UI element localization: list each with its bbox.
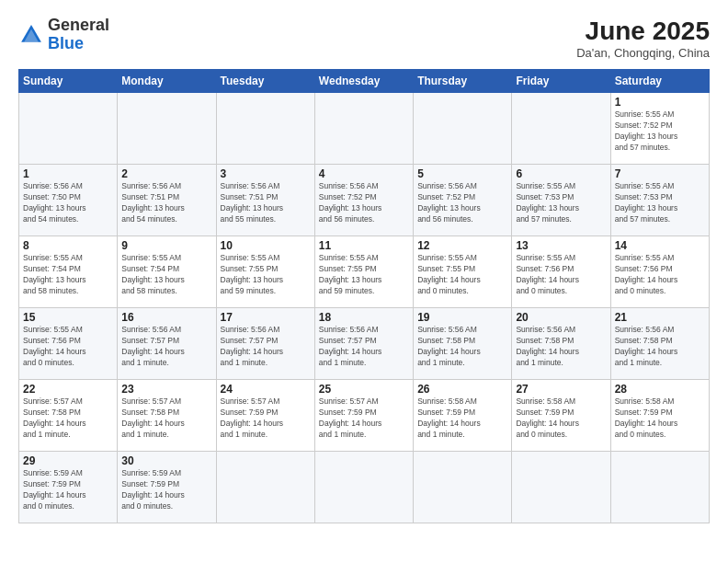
day-number: 2 [121, 167, 211, 180]
header-row: Sunday Monday Tuesday Wednesday Thursday… [19, 70, 710, 93]
calendar-table: Sunday Monday Tuesday Wednesday Thursday… [18, 69, 710, 523]
day-info: Sunrise: 5:58 AM Sunset: 7:59 PM Dayligh… [516, 396, 606, 441]
day-info: Sunrise: 5:56 AM Sunset: 7:58 PM Dayligh… [417, 325, 507, 369]
day-number: 8 [23, 239, 113, 252]
day-info: Sunrise: 5:56 AM Sunset: 7:52 PM Dayligh… [319, 181, 409, 225]
table-cell: 16Sunrise: 5:56 AM Sunset: 7:57 PM Dayli… [118, 308, 216, 380]
day-info: Sunrise: 5:56 AM Sunset: 7:51 PM Dayligh… [121, 181, 211, 225]
day-number: 12 [417, 239, 507, 252]
table-cell [19, 93, 118, 165]
day-info: Sunrise: 5:58 AM Sunset: 7:59 PM Dayligh… [417, 396, 507, 441]
week-row: 22Sunrise: 5:57 AM Sunset: 7:58 PM Dayli… [19, 380, 710, 452]
day-number: 19 [417, 311, 507, 324]
table-cell: 22Sunrise: 5:57 AM Sunset: 7:58 PM Dayli… [19, 380, 118, 452]
day-number: 13 [516, 239, 606, 252]
day-number: 18 [319, 311, 409, 324]
table-cell [216, 93, 314, 165]
table-cell: 21Sunrise: 5:56 AM Sunset: 7:58 PM Dayli… [610, 308, 709, 380]
day-info: Sunrise: 5:57 AM Sunset: 7:58 PM Dayligh… [121, 396, 211, 441]
table-cell: 25Sunrise: 5:57 AM Sunset: 7:59 PM Dayli… [314, 380, 413, 452]
day-info: Sunrise: 5:55 AM Sunset: 7:56 PM Dayligh… [615, 253, 705, 297]
day-number: 23 [121, 383, 211, 396]
day-number: 20 [516, 311, 606, 324]
table-cell: 11Sunrise: 5:55 AM Sunset: 7:55 PM Dayli… [314, 236, 413, 308]
day-info: Sunrise: 5:55 AM Sunset: 7:55 PM Dayligh… [319, 253, 409, 297]
day-number: 9 [121, 239, 211, 252]
week-row: 1Sunrise: 5:55 AM Sunset: 7:52 PM Daylig… [19, 93, 710, 165]
day-info: Sunrise: 5:55 AM Sunset: 7:56 PM Dayligh… [23, 325, 113, 369]
day-number: 3 [221, 167, 311, 180]
day-number: 17 [221, 311, 311, 324]
table-cell: 26Sunrise: 5:58 AM Sunset: 7:59 PM Dayli… [414, 380, 512, 452]
table-cell: 20Sunrise: 5:56 AM Sunset: 7:58 PM Dayli… [512, 308, 610, 380]
table-cell: 13Sunrise: 5:55 AM Sunset: 7:56 PM Dayli… [512, 236, 610, 308]
day-number: 5 [417, 167, 507, 180]
day-number: 26 [417, 383, 507, 396]
table-cell [314, 93, 413, 165]
day-info: Sunrise: 5:55 AM Sunset: 7:56 PM Dayligh… [516, 253, 606, 297]
day-number: 10 [221, 239, 311, 252]
table-cell: 23Sunrise: 5:57 AM Sunset: 7:58 PM Dayli… [118, 380, 216, 452]
col-sunday: Sunday [19, 70, 118, 93]
day-number: 30 [121, 454, 211, 467]
week-row: 15Sunrise: 5:55 AM Sunset: 7:56 PM Dayli… [19, 308, 710, 380]
table-cell [414, 452, 512, 523]
day-info: Sunrise: 5:55 AM Sunset: 7:53 PM Dayligh… [615, 181, 705, 225]
day-info: Sunrise: 5:56 AM Sunset: 7:57 PM Dayligh… [221, 325, 311, 369]
day-info: Sunrise: 5:55 AM Sunset: 7:55 PM Dayligh… [417, 253, 507, 297]
day-info: Sunrise: 5:59 AM Sunset: 7:59 PM Dayligh… [23, 468, 113, 512]
col-saturday: Saturday [610, 70, 709, 93]
col-monday: Monday [118, 70, 216, 93]
day-info: Sunrise: 5:55 AM Sunset: 7:53 PM Dayligh… [516, 181, 606, 225]
table-cell: 15Sunrise: 5:55 AM Sunset: 7:56 PM Dayli… [19, 308, 118, 380]
day-number: 6 [516, 167, 606, 180]
table-cell [118, 93, 216, 165]
day-number: 22 [23, 383, 113, 396]
table-cell [512, 93, 610, 165]
day-info: Sunrise: 5:55 AM Sunset: 7:55 PM Dayligh… [221, 253, 311, 297]
day-number: 29 [23, 454, 113, 467]
table-cell: 24Sunrise: 5:57 AM Sunset: 7:59 PM Dayli… [216, 380, 314, 452]
day-info: Sunrise: 5:56 AM Sunset: 7:57 PM Dayligh… [319, 325, 409, 369]
logo-icon [18, 22, 44, 48]
table-cell: 30Sunrise: 5:59 AM Sunset: 7:59 PM Dayli… [118, 452, 216, 523]
week-row: 8Sunrise: 5:55 AM Sunset: 7:54 PM Daylig… [19, 236, 710, 308]
table-cell [610, 452, 709, 523]
table-cell: 2Sunrise: 5:56 AM Sunset: 7:51 PM Daylig… [118, 165, 216, 236]
day-number: 24 [221, 383, 311, 396]
col-wednesday: Wednesday [314, 70, 413, 93]
logo-blue: Blue [48, 34, 84, 52]
table-cell: 14Sunrise: 5:55 AM Sunset: 7:56 PM Dayli… [610, 236, 709, 308]
table-cell: 1Sunrise: 5:56 AM Sunset: 7:50 PM Daylig… [19, 165, 118, 236]
location: Da'an, Chongqing, China [576, 46, 710, 60]
table-cell: 7Sunrise: 5:55 AM Sunset: 7:53 PM Daylig… [610, 165, 709, 236]
table-cell: 10Sunrise: 5:55 AM Sunset: 7:55 PM Dayli… [216, 236, 314, 308]
col-tuesday: Tuesday [216, 70, 314, 93]
day-info: Sunrise: 5:58 AM Sunset: 7:59 PM Dayligh… [615, 396, 705, 441]
day-number: 27 [516, 383, 606, 396]
logo-general: General [48, 16, 109, 34]
table-cell: 3Sunrise: 5:56 AM Sunset: 7:51 PM Daylig… [216, 165, 314, 236]
page: General Blue June 2025 Da'an, Chongqing,… [0, 0, 728, 563]
month-title: June 2025 [576, 17, 710, 46]
table-cell [414, 93, 512, 165]
table-cell: 19Sunrise: 5:56 AM Sunset: 7:58 PM Dayli… [414, 308, 512, 380]
week-row: 29Sunrise: 5:59 AM Sunset: 7:59 PM Dayli… [19, 452, 710, 523]
week-row: 1Sunrise: 5:56 AM Sunset: 7:50 PM Daylig… [19, 165, 710, 236]
day-number: 28 [615, 383, 705, 396]
day-info: Sunrise: 5:56 AM Sunset: 7:51 PM Dayligh… [221, 181, 311, 225]
day-number: 1 [615, 96, 705, 109]
day-info: Sunrise: 5:57 AM Sunset: 7:59 PM Dayligh… [221, 396, 311, 441]
col-friday: Friday [512, 70, 610, 93]
header: General Blue June 2025 Da'an, Chongqing,… [18, 17, 710, 60]
day-number: 1 [23, 167, 113, 180]
day-number: 25 [319, 383, 409, 396]
day-number: 21 [615, 311, 705, 324]
day-number: 11 [319, 239, 409, 252]
table-cell: 28Sunrise: 5:58 AM Sunset: 7:59 PM Dayli… [610, 380, 709, 452]
day-number: 4 [319, 167, 409, 180]
table-cell: 9Sunrise: 5:55 AM Sunset: 7:54 PM Daylig… [118, 236, 216, 308]
table-cell: 18Sunrise: 5:56 AM Sunset: 7:57 PM Dayli… [314, 308, 413, 380]
day-number: 7 [615, 167, 705, 180]
table-cell: 12Sunrise: 5:55 AM Sunset: 7:55 PM Dayli… [414, 236, 512, 308]
